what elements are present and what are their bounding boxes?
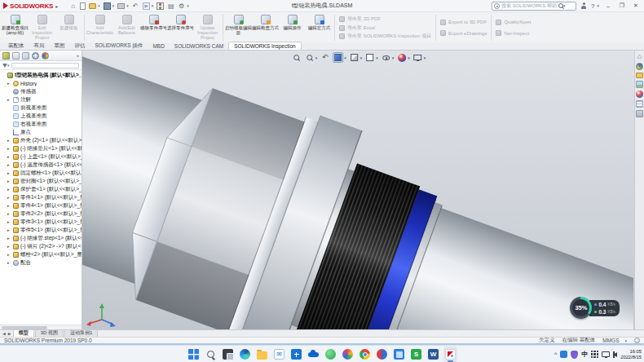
remote-app-button[interactable] [392,347,406,362]
previous-view-icon[interactable]: ↶ [320,52,330,63]
tree-item-component[interactable]: ▸零件3<1> (默认<<默认>_显示状态 [0,218,82,226]
tree-item-annotations[interactable]: ▸注解 [0,95,82,104]
select-caret-icon[interactable]: ▾ [152,3,154,8]
tree-item-component[interactable]: ▸(-) 绝缘垫片<1> (默认<<默认>_显示 [0,144,82,152]
zoom-to-area-icon[interactable] [304,52,315,63]
expand-arrow-icon[interactable]: ▸ [7,146,11,151]
search-scope-icon[interactable] [494,3,500,9]
expand-arrow-icon[interactable]: ▸ [7,138,11,143]
tab-sketch[interactable]: 草图 [50,42,70,50]
print-caret-icon[interactable]: ▾ [126,3,129,8]
view-settings-icon[interactable] [412,52,423,63]
tab-evaluate[interactable]: 评估 [70,42,90,50]
chrome-button[interactable] [358,347,372,362]
expand-arrow-icon[interactable]: ▸ [7,203,11,208]
expand-arrow-icon[interactable]: ▸ [7,260,11,265]
taskbar-search-button[interactable] [204,347,218,362]
save-icon[interactable] [104,2,111,10]
section-view-icon[interactable] [333,52,343,63]
options-caret-icon[interactable]: ▾ [187,3,189,8]
options-gear-icon[interactable]: ⚙ [178,2,185,10]
close-button[interactable]: ✕ [631,2,641,9]
ime-mode-icon[interactable] [591,351,598,358]
remove-balloons-button[interactable]: 移除零件序号 [140,13,167,42]
hide-show-items-icon[interactable] [381,52,391,63]
tab-layout[interactable]: 布局 [29,42,50,50]
logo-expand-arrow[interactable]: ▸ [55,3,58,9]
minimize-button[interactable]: – [603,3,613,9]
hidden-icons-chevron-icon[interactable]: ^ [554,351,557,357]
tab-mbd[interactable]: MBD [148,42,169,50]
graphics-viewport[interactable]: ▾ ↶ ▾ ▾ ▾ ▾ ▾ ▾ 35% 0.4KB/s 0.3KB/s [82,51,634,329]
tree-item-component[interactable]: ▸外壳 (2)<1> (默认<<默认>_显示状态 [0,136,82,144]
tree-item-right-plane[interactable]: ▸右视基准面 [0,120,82,128]
new-inspection-project-button[interactable]: 新建检查项目 (amp:特) [2,13,29,42]
edit-macros-button[interactable]: 编辑宏方式 [306,13,333,42]
display-device-icon[interactable] [602,351,610,357]
solidworks-resources-home-icon[interactable]: ⌂ [637,53,642,60]
tree-item-component[interactable]: ▸零件4<1> (默认<<默认>_显示状态 [0,201,82,210]
tree-horizontal-scrollbar[interactable] [0,324,82,329]
file-properties-icon[interactable]: ▤ [167,2,174,10]
mail-button[interactable]: ✉ [272,347,286,362]
help-caret-icon[interactable]: ▾ [597,3,599,8]
tree-item-origin[interactable]: ▸原点 [0,128,82,136]
solidworks-taskbar-button[interactable] [443,347,457,362]
expand-arrow-icon[interactable]: ▸ [7,154,11,159]
word-app-button[interactable]: W [426,347,440,362]
displaymanager-icon[interactable] [42,52,49,60]
expand-arrow-icon[interactable]: ▸ [7,195,11,200]
undo-icon[interactable]: ↶ [132,2,139,10]
tree-item-front-plane[interactable]: ▸前视基准面 [0,104,82,112]
browser-360-button[interactable] [341,347,355,362]
expand-arrow-icon[interactable]: ▸ [7,236,11,241]
expand-arrow-icon[interactable]: ▸ [7,170,11,175]
units-caret-icon[interactable]: ▾ [624,338,627,343]
featuremanager-tree-icon[interactable] [2,52,10,60]
tree-item-component[interactable]: ▸密封圈<1> (默认<<默认>_显示状态 [0,177,82,185]
scrollbar-thumb[interactable] [2,326,47,329]
rebuild-icon[interactable] [157,2,164,10]
custom-properties-icon[interactable] [636,100,643,108]
tree-item-component[interactable]: ▸(-) 上盖<1> (默认<<默认>_显示状态 [0,152,82,161]
appearances-scenes-icon[interactable] [636,90,643,98]
tree-item-sensors[interactable]: ▸传感器 [0,87,82,95]
open-icon[interactable] [89,3,96,9]
solidworks-forum-icon[interactable] [636,110,643,117]
help-icon[interactable]: ? [591,2,594,10]
task-view-button[interactable] [221,347,235,362]
expand-arrow-icon[interactable]: ▸ [7,244,11,249]
manager-tabs-overflow-icon[interactable]: » [77,53,79,58]
tab-scroll-right-icon[interactable]: ▶ [7,331,12,336]
tree-item-component[interactable]: ▸固定螺栓<1> (默认<<默认>_显示状 [0,169,82,177]
tree-item-component[interactable]: ▸零件1<1> (默认<<默认>_显示状态 [0,193,82,201]
wps-s-app-button[interactable]: S [409,347,423,362]
tree-item-history[interactable]: ▸History [0,79,82,87]
expand-arrow-icon[interactable]: ▸ [7,227,11,232]
expand-arrow-icon[interactable]: ▸ [7,81,11,86]
expand-arrow-icon[interactable]: ▸ [7,179,11,183]
tab-scroll-left-icon[interactable]: ◀ [2,331,7,336]
blue-tray-app-icon[interactable] [560,351,567,358]
edit-operations-button[interactable]: 编辑操作 [279,13,306,42]
design-library-icon[interactable] [636,63,643,70]
tree-filter-input[interactable] [11,63,79,68]
filter-caret-icon[interactable]: ▾ [7,63,10,68]
tab-addins[interactable]: SOLIDWORKS 插件 [90,42,148,50]
print-icon[interactable] [117,3,125,9]
propertymanager-icon[interactable] [12,52,20,60]
speaker-icon[interactable] [613,352,617,357]
ime-language-indicator[interactable]: 中 [581,350,588,359]
file-explorer-button[interactable] [255,347,269,362]
edge-button[interactable] [238,347,252,362]
expand-arrow-icon[interactable]: ▸ [7,211,11,216]
view-palette-icon[interactable] [636,81,643,88]
tree-item-component[interactable]: ▸螺栓<2> (默认<<默认>_显示状态 [0,250,82,258]
configurationmanager-icon[interactable] [22,52,29,60]
tree-item-component[interactable]: ▸零件2<2> (默认<<默认>_显示状态 [0,210,82,218]
tree-item-component[interactable]: ▸保护套<1> (默认<<默认>_显示状态 [0,185,82,193]
select-icon[interactable]: ➢ [143,2,150,10]
tree-item-mates[interactable]: ▸配合 [0,258,82,267]
login-person-icon[interactable] [580,2,587,9]
edit-inspection-methods-button[interactable]: 编辑检查方式 [252,13,279,42]
